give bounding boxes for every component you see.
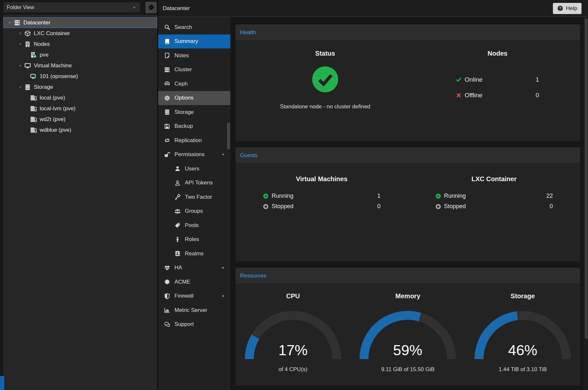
caret-right-icon (221, 266, 225, 270)
chevron-down-icon[interactable] (17, 85, 24, 89)
status-title: Status (315, 50, 335, 57)
question-circle-icon: ? (557, 5, 563, 11)
server-icon (13, 20, 21, 26)
guest-group-title: LXC Container (471, 175, 517, 183)
key-icon (174, 194, 181, 200)
content-scrollbar-thumb[interactable] (585, 19, 588, 339)
chevron-down-icon (132, 5, 137, 10)
node-status-label: Offline (465, 92, 482, 99)
tree-item-label: wd2t (pve) (40, 116, 65, 123)
gauge-memory: Memory59%9.11 GiB of 15.50 GiB (351, 292, 466, 385)
tree-item-label: pve (40, 52, 48, 58)
tree-item-local-lvm-pve[interactable]: local-lvm (pve) (3, 103, 157, 114)
guest-row-stopped: Stopped0 (435, 203, 553, 210)
database-drive-icon (30, 116, 37, 123)
menu-item-firewall[interactable]: Firewall (158, 289, 230, 303)
resource-tree: DatacenterLXC ContainerNodespveVirtual M… (3, 15, 157, 390)
menu-item-storage[interactable]: Storage (158, 105, 230, 119)
menu-scrollbar-thumb[interactable] (227, 123, 230, 149)
tree-item-101-opnsense[interactable]: 101 (opnsense) (3, 71, 157, 82)
menu-item-label: Users (185, 166, 199, 172)
health-panel-header: Health (236, 24, 580, 41)
menu-item-summary[interactable]: Summary (158, 34, 230, 49)
tree-item-label: LXC Container (34, 30, 70, 37)
menu-item-options[interactable]: Options (158, 91, 230, 105)
chevron-down-icon[interactable] (17, 42, 24, 46)
menu-item-label: Replication (174, 137, 202, 144)
menu-item-roles[interactable]: Roles (158, 233, 230, 247)
tree-settings-button[interactable] (146, 2, 157, 13)
menu-item-api-tokens[interactable]: API Tokens (158, 176, 230, 190)
tree-item-label: wdblue (pve) (40, 127, 71, 133)
tree-item-nodes[interactable]: Nodes (3, 39, 157, 49)
tree-toolbar: Folder View (0, 0, 157, 15)
menu-item-users[interactable]: Users (158, 162, 230, 176)
guest-group-virtual-machines: Virtual MachinesRunning1Stopped0 (236, 175, 408, 262)
cross-icon (456, 92, 462, 98)
nodes-status-column: Nodes Online1Offline0 (415, 50, 580, 141)
gauge-detail: of 4 CPU(s) (278, 366, 307, 373)
gear-icon (148, 4, 154, 10)
guest-row-running: Running22 (435, 193, 553, 199)
chevron-down-icon[interactable] (17, 63, 24, 68)
menu-item-label: Metric Server (174, 307, 207, 314)
health-panel: Health Status Standalone node - no clust… (235, 24, 581, 141)
guest-group-title: Virtual Machines (296, 175, 348, 183)
node-status-label: Online (465, 76, 482, 83)
menu-item-cluster[interactable]: Cluster (158, 63, 230, 77)
guests-panel: Guests Virtual MachinesRunning1Stopped0L… (235, 147, 581, 262)
tree-item-local-pve[interactable]: local (pve) (3, 92, 157, 103)
view-mode-select[interactable]: Folder View (3, 2, 140, 13)
cube-icon (24, 30, 32, 37)
menu-item-search[interactable]: Search (158, 20, 230, 34)
node-status-row-online: Online1 (456, 76, 539, 83)
chevron-down-icon[interactable] (6, 20, 13, 25)
splitter-accent[interactable] (0, 376, 4, 390)
ceph-icon (163, 81, 171, 87)
menu-item-notes[interactable]: Notes (158, 48, 230, 63)
tree-item-wdblue-pve[interactable]: wdblue (pve) (3, 125, 157, 135)
menu-item-two-factor[interactable]: Two Factor (158, 190, 230, 204)
book-icon (163, 38, 171, 45)
gauge-title: CPU (286, 292, 300, 300)
svg-text:?: ? (559, 6, 561, 10)
content-body: SearchSummaryNotesClusterCephOptionsStor… (158, 17, 588, 390)
chevron-right-icon[interactable] (17, 31, 24, 35)
menu-item-backup[interactable]: Backup (158, 119, 230, 134)
menu-item-label: Groups (185, 208, 203, 214)
menu-item-permissions[interactable]: Permissions (158, 148, 230, 162)
shield-icon (163, 293, 171, 299)
guest-group-lxc-container: LXC ContainerRunning22Stopped0 (408, 175, 581, 262)
menu-item-ceph[interactable]: Ceph (158, 77, 230, 91)
menu-item-ha[interactable]: HA (158, 261, 230, 275)
tree-item-lxc-container[interactable]: LXC Container (3, 28, 157, 39)
help-button[interactable]: ? Help (553, 3, 582, 14)
tree-item-label: local-lvm (pve) (40, 105, 76, 112)
tree-item-storage[interactable]: Storage (3, 82, 157, 92)
tree-item-wd2t-pve[interactable]: wd2t (pve) (3, 114, 157, 125)
guest-row-running: Running1 (263, 193, 380, 199)
resources-panel-title: Resources (240, 273, 266, 279)
guest-rows: Running22Stopped0 (435, 193, 553, 210)
database-icon (163, 109, 171, 115)
menu-item-label: HA (174, 264, 182, 271)
user-outline-icon (174, 180, 181, 186)
gauge-detail: 1.44 TiB of 3.10 TiB (499, 366, 547, 373)
menu-item-groups[interactable]: Groups (158, 204, 230, 219)
menu-item-acme[interactable]: ACME (158, 275, 230, 289)
tree-item-virtual-machine[interactable]: Virtual Machine (3, 60, 157, 71)
guests-panel-title: Guests (240, 152, 258, 158)
guest-row-value: 22 (546, 193, 553, 199)
menu-item-metric-server[interactable]: Metric Server (158, 303, 230, 317)
menu-item-support[interactable]: Support (158, 317, 230, 332)
content-scrollbar[interactable] (584, 17, 588, 390)
menu-item-pools[interactable]: Pools (158, 218, 230, 233)
tree-item-pve[interactable]: pve (3, 49, 157, 60)
menu-item-label: Search (174, 24, 192, 31)
stop-circle-icon (263, 204, 269, 209)
tree-item-datacenter[interactable]: Datacenter (3, 17, 157, 28)
menu-item-label: Permissions (174, 151, 205, 158)
building-icon (24, 41, 32, 47)
menu-item-replication[interactable]: Replication (158, 133, 230, 148)
menu-item-realms[interactable]: Realms (158, 247, 230, 261)
